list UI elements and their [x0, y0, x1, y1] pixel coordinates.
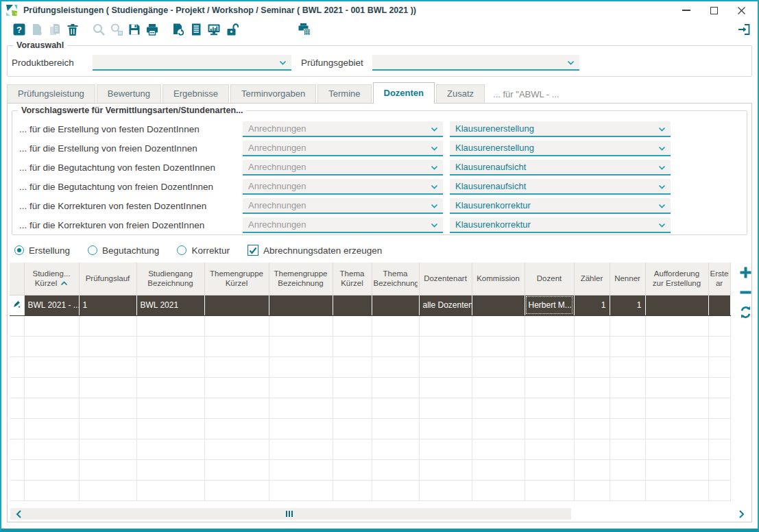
svg-text:?: ?	[16, 25, 22, 35]
tab-terminvorgaben[interactable]: Terminvorgaben	[230, 84, 316, 103]
document-refresh-icon[interactable]	[170, 21, 186, 38]
col-aufforderung[interactable]: Aufforderungzur Erstellung	[645, 263, 708, 295]
chevron-down-icon	[431, 223, 438, 228]
pruefungsgebiet-combo[interactable]	[372, 55, 579, 71]
radio-korrektur[interactable]: Korrektur	[177, 245, 230, 256]
selected-grid-row[interactable]: BWL 2021 - ... 1 BWL 2021 alle Dozenten …	[10, 295, 730, 315]
exit-icon[interactable]	[736, 21, 752, 38]
stundenart-combo[interactable]: Klausurenaufsicht	[450, 160, 671, 176]
chevron-down-icon	[658, 165, 666, 170]
col-dozentenart[interactable]: Dozentenart	[419, 263, 472, 295]
col-themengruppe-kuerzel[interactable]: ThemengruppeKürzel	[204, 263, 269, 295]
horizontal-scrollbar[interactable]	[10, 508, 749, 520]
checkbox-abrechnungsdaten[interactable]: Abrechnungsdaten erzeugen	[248, 245, 382, 256]
save-icon[interactable]	[126, 21, 143, 38]
cell-studiengang-bezeichnung[interactable]: BWL 2021	[136, 295, 204, 315]
col-pruefungslauf[interactable]: Prüfungslauf	[79, 263, 136, 295]
chevron-down-icon	[431, 165, 438, 170]
col-thema-kuerzel[interactable]: ThemaKürzel	[333, 263, 372, 295]
empty-grid-row	[10, 418, 730, 439]
scroll-left-icon[interactable]	[13, 509, 24, 518]
empty-grid-row	[10, 377, 730, 398]
vermittlungsart-combo[interactable]: Anrechnungen	[243, 121, 443, 137]
remove-row-icon[interactable]	[737, 284, 754, 300]
col-dozent[interactable]: Dozent	[525, 263, 574, 295]
stundenart-combo[interactable]: Klausurenerstellung	[450, 141, 671, 156]
add-row-icon[interactable]	[737, 264, 754, 280]
cell-dozentenart[interactable]: alle Dozenten	[419, 295, 472, 315]
produktbereich-combo[interactable]	[93, 55, 291, 71]
grid-header-row: Studieng... Kürzel Prüfungslauf Studieng…	[10, 263, 730, 295]
print-icon[interactable]	[144, 21, 160, 38]
chart-monitor-icon[interactable]	[206, 21, 222, 38]
titlebar: Prüfungsleistungen ( Studiengänge - Proj…	[1, 1, 758, 18]
col-studiengang-bezeichnung[interactable]: StudiengangBezeichnung	[136, 263, 204, 295]
cell-kommission[interactable]	[472, 295, 525, 315]
radio-icon	[177, 245, 186, 255]
stundenart-combo[interactable]: Klausurenerstellung	[450, 121, 671, 137]
stundenart-combo[interactable]: Klausurenkorrektur	[450, 198, 671, 214]
cell-studiengang-kuerzel[interactable]: BWL 2021 - ...	[24, 295, 79, 315]
chevron-down-icon	[658, 184, 666, 189]
search-document-icon	[108, 21, 125, 38]
row-edit-indicator	[10, 295, 24, 315]
col-kommission[interactable]: Kommission	[472, 263, 525, 295]
vermittlungsart-combo[interactable]: Anrechnungen	[243, 198, 443, 214]
col-studiengang-kuerzel[interactable]: Studieng... Kürzel	[24, 263, 79, 295]
chevron-down-icon	[567, 60, 575, 65]
tab-zusatz[interactable]: Zusatz	[436, 84, 485, 103]
checkbox-icon	[248, 245, 258, 256]
app-logo-icon	[5, 4, 18, 16]
refresh-icon[interactable]	[737, 304, 754, 320]
delete-record-icon[interactable]	[64, 21, 81, 38]
vermittlungsart-combo[interactable]: Anrechnungen	[243, 217, 443, 233]
chevron-down-icon	[431, 146, 438, 151]
col-thema-bezeichnung[interactable]: ThemaBezeichnung	[372, 263, 419, 295]
cell-thema-bezeichnung[interactable]	[372, 295, 419, 315]
vermittlungsart-combo[interactable]: Anrechnungen	[243, 141, 443, 156]
chevron-down-icon	[279, 60, 287, 65]
vermittlungsart-combo[interactable]: Anrechnungen	[243, 179, 443, 195]
tab-pruefungsleistung[interactable]: Prüfungsleistung	[7, 84, 95, 103]
new-record-icon	[29, 21, 45, 38]
col-themengruppe-bezeichnung[interactable]: ThemengruppeBezeichnung	[269, 263, 333, 295]
stundenart-combo[interactable]: Klausurenaufsicht	[450, 179, 671, 195]
vorschlag-row: ... für die Korrekturen von freien Dozen…	[19, 215, 741, 234]
lock-open-icon[interactable]	[224, 21, 240, 38]
col-erstellung-am[interactable]: Erstelar	[708, 263, 730, 295]
maximize-icon[interactable]	[708, 5, 719, 16]
tab-termine[interactable]: Termine	[317, 84, 371, 103]
cell-aufforderung[interactable]	[645, 295, 708, 315]
cell-themengruppe-bezeichnung[interactable]	[269, 295, 333, 315]
produktbereich-label: Produktbereich	[12, 58, 93, 68]
col-nenner[interactable]: Nenner	[610, 263, 645, 295]
cell-themengruppe-kuerzel[interactable]	[204, 295, 269, 315]
options-row: Erstellung Begutachtung Korrektur Abrech…	[14, 243, 746, 257]
tab-bewertung[interactable]: Bewertung	[97, 84, 161, 103]
cell-dozent[interactable]: Herbert M...	[525, 295, 574, 315]
minimize-icon[interactable]	[681, 5, 692, 16]
cell-nenner[interactable]: 1	[610, 295, 645, 315]
cell-erstellung-am[interactable]	[708, 295, 730, 315]
vorschlag-row: ... für die Korrekturen von festen Dozen…	[19, 196, 741, 215]
stundenart-combo[interactable]: Klausurenkorrektur	[450, 217, 671, 233]
vorschlag-row: ... für die Erstellung von festen Dozent…	[19, 119, 741, 138]
col-zaehler[interactable]: Zähler	[574, 263, 610, 295]
cell-zaehler[interactable]: 1	[574, 295, 610, 315]
print-calculate-icon[interactable]	[296, 21, 313, 38]
empty-grid-row	[10, 336, 730, 356]
tab-ergebnisse[interactable]: Ergebnisse	[162, 84, 229, 103]
cell-thema-kuerzel[interactable]	[333, 295, 372, 315]
chevron-down-icon	[658, 223, 666, 228]
radio-begutachtung[interactable]: Begutachtung	[88, 245, 159, 256]
help-icon[interactable]: ?	[11, 21, 27, 38]
scroll-right-icon[interactable]	[736, 509, 747, 518]
tab-dozenten[interactable]: Dozenten	[373, 82, 435, 104]
scrollbar-thumb[interactable]	[10, 508, 571, 520]
radio-erstellung[interactable]: Erstellung	[14, 245, 70, 256]
close-icon[interactable]	[736, 5, 747, 16]
cell-pruefungslauf[interactable]: 1	[79, 295, 136, 315]
vorschlagswerte-groupbox: Vorschlagswerte für Vermittlungsarten/St…	[12, 110, 747, 235]
document-list-icon[interactable]	[188, 21, 204, 38]
vermittlungsart-combo[interactable]: Anrechnungen	[243, 160, 443, 176]
